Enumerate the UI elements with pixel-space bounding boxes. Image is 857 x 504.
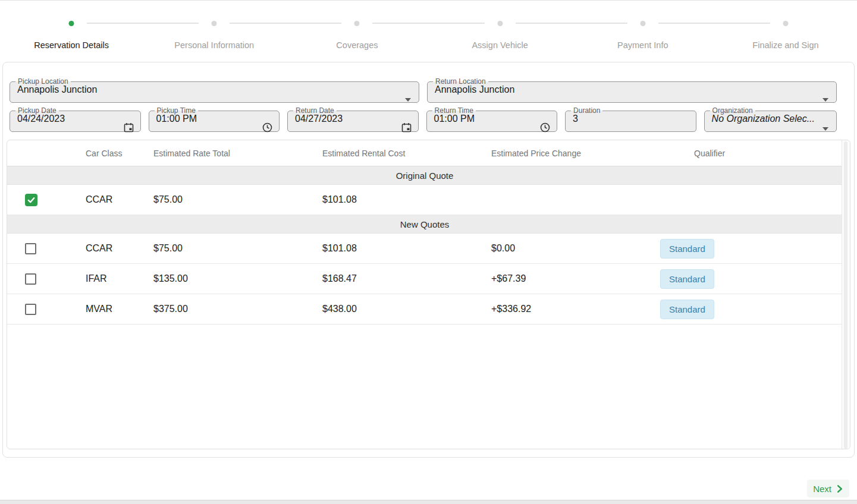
stepper-connector (658, 23, 770, 24)
stepper-step-payment-info[interactable]: Payment Info (572, 1, 714, 62)
rental-cost-cell: $101.08 (322, 194, 491, 205)
step-label: Assign Vehicle (429, 40, 572, 50)
car-class-cell: CCAR (86, 243, 153, 254)
clock-icon[interactable] (540, 122, 550, 133)
return-time-input[interactable]: Return Time 01:00 PM (426, 107, 558, 132)
rental-cost-cell: $168.47 (322, 273, 491, 284)
table-row: CCAR$75.00$101.08 (7, 185, 842, 215)
wizard-stepper: Reservation DetailsPersonal InformationC… (0, 1, 857, 62)
next-button[interactable]: Next (807, 480, 849, 497)
row-checkbox-cell (7, 243, 86, 254)
return-location-value: Annapolis Junction (428, 84, 836, 95)
rate-total-cell: $135.00 (153, 273, 322, 284)
step-dot (212, 21, 217, 26)
quotes-table-body: Original QuoteCCAR$75.00$101.08New Quote… (7, 166, 850, 325)
rate-total-cell: $375.00 (153, 304, 322, 314)
price-change-cell: +$336.92 (491, 304, 660, 314)
price-change-cell: +$67.39 (491, 273, 660, 284)
row-checkbox-cell (7, 273, 86, 285)
rental-cost-cell: $101.08 (322, 243, 491, 254)
car-class-cell: CCAR (86, 194, 153, 205)
row-checkbox-cell (7, 194, 86, 206)
rental-cost-column-header: Estimated Rental Cost (322, 149, 491, 158)
quotes-table: Car Class Estimated Rate Total Estimated… (7, 140, 850, 449)
organization-select[interactable]: Organization No Organization Selec... (704, 107, 837, 132)
pickup-location-value: Annapolis Junction (10, 84, 419, 95)
pickup-date-input[interactable]: Pickup Date 04/24/2023 (10, 107, 141, 132)
price-change-cell: $0.00 (491, 243, 660, 254)
step-dot (354, 21, 360, 26)
table-scrollbar-thumb[interactable] (844, 141, 847, 449)
table-row: CCAR$75.00$101.08$0.00Standard (7, 234, 842, 264)
step-dot (783, 21, 788, 26)
stepper-step-reservation-details[interactable]: Reservation Details (0, 1, 143, 62)
return-location-select[interactable]: Return Location Annapolis Junction (427, 78, 837, 103)
stepper-connector (372, 23, 484, 24)
clock-icon[interactable] (262, 122, 272, 133)
pickup-time-input[interactable]: Pickup Time 01:00 PM (149, 107, 280, 132)
pickup-location-select[interactable]: Pickup Location Annapolis Junction (10, 78, 419, 103)
step-dot (640, 21, 645, 26)
row-checkbox[interactable] (25, 273, 36, 285)
stepper-step-personal-information[interactable]: Personal Information (143, 1, 285, 62)
row-checkbox[interactable] (25, 304, 36, 315)
section-band: New Quotes (7, 215, 842, 234)
stepper-connector (516, 23, 627, 24)
calendar-icon[interactable] (401, 122, 412, 133)
car-class-column-header: Car Class (86, 149, 153, 158)
duration-value: 3 (566, 114, 696, 124)
chevron-right-icon (836, 485, 843, 493)
return-date-input[interactable]: Return Date 04/27/2023 (287, 107, 419, 132)
caret-down-icon (405, 98, 411, 102)
table-row: MVAR$375.00$438.00+$336.92Standard (7, 294, 842, 325)
pickup-date-value: 04/24/2023 (10, 114, 140, 124)
qualifier-standard-chip[interactable]: Standard (660, 269, 714, 289)
step-label: Payment Info (572, 40, 714, 50)
rental-cost-cell: $438.00 (322, 304, 491, 314)
bottom-strip (0, 500, 857, 504)
stepper-step-finalize-and-sign[interactable]: Finalize and Sign (714, 1, 857, 62)
qualifier-cell: Standard (660, 239, 842, 259)
stepper-step-coverages[interactable]: Coverages (285, 1, 428, 62)
qualifier-standard-chip[interactable]: Standard (660, 300, 714, 319)
next-button-label: Next (813, 484, 831, 494)
calendar-icon[interactable] (124, 122, 134, 133)
row-checkbox[interactable] (25, 243, 36, 254)
step-label: Finalize and Sign (714, 40, 857, 50)
caret-down-icon (823, 127, 828, 131)
car-class-cell: MVAR (86, 304, 153, 314)
row-checkbox-checked[interactable] (25, 194, 37, 206)
qualifier-cell: Standard (660, 300, 842, 319)
section-band: Original Quote (7, 166, 842, 185)
pickup-time-value: 01:00 PM (149, 114, 280, 124)
check-icon (27, 196, 36, 204)
reservation-details-panel: Pickup Location Annapolis Junction Retur… (2, 62, 855, 458)
return-time-value: 01:00 PM (427, 114, 557, 124)
stepper-connector (87, 23, 199, 24)
duration-input[interactable]: Duration 3 (565, 107, 696, 132)
quotes-table-header: Car Class Estimated Rate Total Estimated… (7, 140, 842, 166)
step-dot (497, 21, 503, 26)
rate-total-column-header: Estimated Rate Total (153, 149, 322, 158)
stepper-connector (230, 23, 341, 24)
table-scrollbar[interactable] (842, 140, 850, 449)
row-checkbox-cell (7, 304, 86, 315)
stepper-step-assign-vehicle[interactable]: Assign Vehicle (429, 1, 572, 62)
step-dot-active (69, 21, 74, 26)
table-row: IFAR$135.00$168.47+$67.39Standard (7, 264, 842, 294)
return-date-value: 04/27/2023 (288, 114, 418, 124)
reservation-form: Pickup Location Annapolis Junction Retur… (10, 78, 837, 132)
qualifier-standard-chip[interactable]: Standard (660, 239, 714, 259)
rate-total-cell: $75.00 (153, 243, 322, 254)
qualifier-column-header: Qualifier (660, 149, 842, 158)
qualifier-cell: Standard (660, 269, 842, 289)
step-label: Personal Information (143, 40, 285, 50)
price-change-column-header: Estimated Price Change (491, 149, 660, 158)
organization-value: No Organization Selec... (705, 114, 836, 124)
car-class-cell: IFAR (86, 273, 153, 284)
caret-down-icon (823, 98, 828, 102)
step-label: Coverages (285, 40, 428, 50)
rate-total-cell: $75.00 (153, 194, 322, 205)
step-label: Reservation Details (0, 40, 143, 50)
